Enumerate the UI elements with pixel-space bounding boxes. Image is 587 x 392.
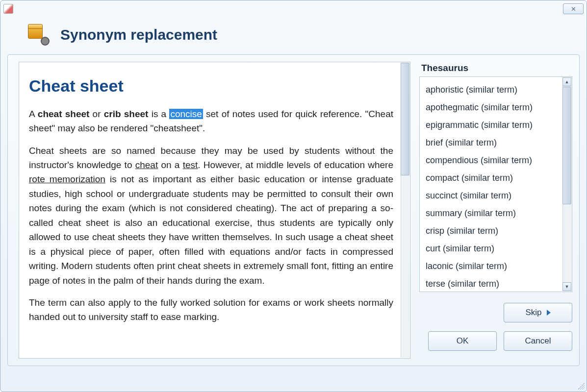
dialog-title: Synonym replacement	[60, 26, 217, 43]
document-pane[interactable]: Cheat sheet A cheat sheet or crib sheet …	[19, 62, 410, 359]
thesaurus-title: Thesaurus	[419, 62, 572, 76]
thesaurus-item[interactable]: aphoristic (similar term)	[423, 81, 569, 98]
thesaurus-item[interactable]: curt (similar term)	[423, 240, 569, 257]
app-icon	[3, 4, 13, 14]
thesaurus-item[interactable]: laconic (similar term)	[423, 257, 569, 275]
thesaurus-item[interactable]: brief (similar term)	[423, 134, 569, 151]
dialog-header: Synonym replacement	[0, 17, 587, 54]
skip-button[interactable]: Skip	[504, 303, 572, 322]
skip-label: Skip	[525, 308, 541, 318]
document-paragraph-1: A cheat sheet or crib sheet is a concise…	[29, 107, 393, 136]
document-paragraph-2: Cheat sheets are so named because they m…	[29, 144, 393, 288]
close-button[interactable]: ✕	[563, 3, 584, 14]
thesaurus-scroll-down[interactable]: ▼	[562, 282, 571, 291]
thesaurus-scrollbar-thumb[interactable]	[562, 87, 571, 204]
thesaurus-item[interactable]: apothegmatic (similar term)	[423, 98, 569, 116]
selected-word[interactable]: concise	[169, 109, 203, 119]
document-body: Cheat sheet A cheat sheet or crib sheet …	[19, 62, 410, 341]
cancel-label: Cancel	[525, 336, 551, 346]
ok-label: OK	[457, 336, 469, 346]
thesaurus-item[interactable]: compact (similar term)	[423, 169, 569, 187]
thesaurus-item[interactable]: epigrammatic (similar term)	[423, 116, 569, 134]
ok-cancel-row: OK Cancel	[419, 331, 572, 351]
thesaurus-item[interactable]: terse (similar term)	[423, 275, 569, 292]
thesaurus-item[interactable]: summary (similar term)	[423, 204, 569, 222]
ok-button[interactable]: OK	[428, 331, 497, 351]
content-area: Cheat sheet A cheat sheet or crib sheet …	[7, 54, 580, 366]
close-icon: ✕	[571, 5, 576, 13]
thesaurus-item[interactable]: succinct (similar term)	[423, 187, 569, 204]
thesaurus-item[interactable]: crisp (similar term)	[423, 222, 569, 240]
dialog-window: ✕ Synonym replacement Cheat sheet A chea…	[0, 0, 587, 392]
titlebar: ✕	[0, 0, 587, 17]
thesaurus-listbox[interactable]: aphoristic (similar term)apothegmatic (s…	[419, 76, 572, 292]
thesaurus-item[interactable]: compendious (similar term)	[423, 151, 569, 169]
cancel-button[interactable]: Cancel	[504, 331, 572, 351]
arrow-right-icon	[547, 310, 551, 316]
right-column: Thesaurus aphoristic (similar term)apoth…	[419, 62, 572, 359]
skip-row: Skip	[419, 303, 572, 322]
document-scrollbar-thumb[interactable]	[401, 63, 409, 175]
document-heading: Cheat sheet	[29, 73, 393, 99]
thesaurus-scroll-up[interactable]: ▲	[562, 77, 571, 86]
thesaurus-list: aphoristic (similar term)apothegmatic (s…	[420, 77, 572, 292]
replace-icon	[28, 24, 50, 46]
resize-grip[interactable]	[578, 383, 585, 390]
document-paragraph-3: The term can also apply to the fully wor…	[29, 295, 393, 324]
